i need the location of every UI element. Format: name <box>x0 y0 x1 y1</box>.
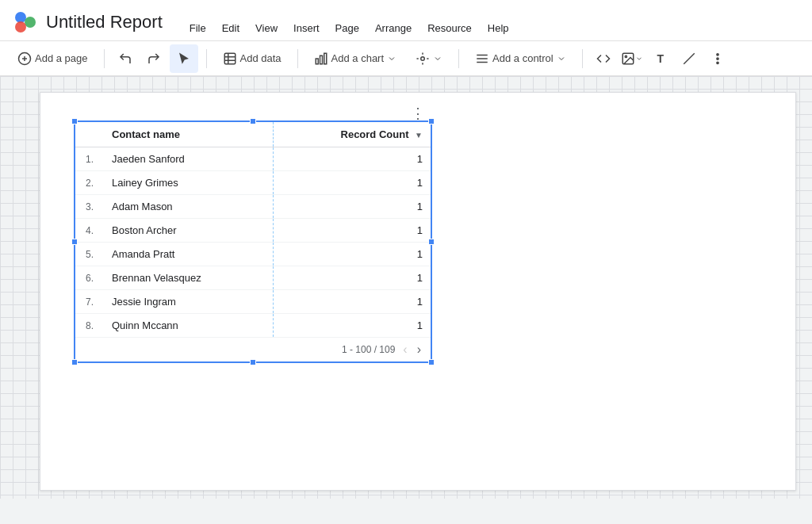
toolbar-divider-1 <box>104 49 105 68</box>
redo-icon <box>147 52 161 66</box>
row-number: 5. <box>75 243 104 266</box>
image-icon <box>621 52 635 66</box>
row-contact-name: Jaeden Sanford <box>104 147 273 171</box>
row-contact-name: Boston Archer <box>104 219 273 243</box>
table-widget[interactable]: ⋮ Contact name Record Count ▼ <box>74 120 432 363</box>
header-record-count[interactable]: Record Count ▼ <box>273 122 431 147</box>
svg-rect-6 <box>224 53 236 64</box>
canvas: ⋮ Contact name Record Count ▼ <box>0 76 812 499</box>
add-control-button[interactable]: Add a control <box>467 47 574 71</box>
handle-top-left[interactable] <box>71 118 78 124</box>
svg-point-25 <box>717 57 718 59</box>
svg-rect-12 <box>324 53 326 64</box>
svg-rect-11 <box>320 55 322 64</box>
svg-point-22 <box>625 55 626 57</box>
more-tools-button[interactable] <box>705 46 730 71</box>
report-table: Contact name Record Count ▼ 1. Jaeden Sa… <box>75 122 431 361</box>
row-record-count: 1 <box>273 195 431 219</box>
menu-bar: File Edit View Insert Page Arrange Resou… <box>182 19 517 37</box>
sort-arrow-icon: ▼ <box>415 131 423 140</box>
row-contact-name: Amanda Pratt <box>104 243 273 266</box>
prev-page-button[interactable]: ‹ <box>401 342 408 357</box>
table-body: 1. Jaeden Sanford 1 2. Lainey Grimes 1 3… <box>75 147 431 338</box>
svg-line-23 <box>684 53 695 64</box>
page-area: ⋮ Contact name Record Count ▼ <box>40 92 796 491</box>
row-number: 4. <box>75 219 104 243</box>
table-header-row: Contact name Record Count ▼ <box>75 122 431 147</box>
image-button[interactable] <box>619 46 645 71</box>
row-number: 1. <box>75 147 104 171</box>
svg-point-2 <box>15 21 26 33</box>
menu-help[interactable]: Help <box>480 19 517 37</box>
handle-top-right[interactable] <box>428 118 435 124</box>
report-title: Untitled Report <box>46 12 163 33</box>
row-number: 6. <box>75 266 104 290</box>
row-contact-name: Jessie Ingram <box>104 290 273 314</box>
add-scorecard-button[interactable] <box>408 47 450 71</box>
line-icon <box>682 52 696 66</box>
toolbar-divider-3 <box>297 49 298 68</box>
svg-rect-10 <box>316 59 318 64</box>
toolbar-divider-5 <box>582 49 583 68</box>
add-chart-button[interactable]: Add a chart <box>306 47 405 71</box>
handle-bot-right[interactable] <box>428 359 435 365</box>
add-page-icon <box>17 52 32 66</box>
code-button[interactable] <box>591 46 616 71</box>
table-row: 4. Boston Archer 1 <box>75 219 431 243</box>
row-record-count: 1 <box>273 147 431 171</box>
redo-button[interactable] <box>141 46 167 71</box>
handle-top-mid[interactable] <box>250 118 256 124</box>
more-options-icon[interactable]: ⋮ <box>411 105 426 122</box>
row-contact-name: Lainey Grimes <box>104 171 273 195</box>
table-row: 7. Jessie Ingram 1 <box>75 290 431 314</box>
table-row: 3. Adam Mason 1 <box>75 195 431 219</box>
svg-point-0 <box>15 12 26 23</box>
row-number: 8. <box>75 314 104 338</box>
svg-point-13 <box>421 56 425 60</box>
line-button[interactable] <box>676 46 702 71</box>
pagination-cell: 1 - 100 / 109 ‹ › <box>75 338 431 362</box>
header-contact-name[interactable]: Contact name <box>104 122 273 147</box>
row-record-count: 1 <box>273 219 431 243</box>
toolbar: Add a page Add data Add a chart Add a co… <box>0 41 812 76</box>
more-tools-icon <box>710 52 725 66</box>
add-data-icon <box>223 52 237 66</box>
row-number: 3. <box>75 195 104 219</box>
handle-mid-right[interactable] <box>428 239 435 245</box>
scorecard-icon <box>416 52 430 66</box>
app-logo <box>13 10 38 35</box>
add-data-button[interactable]: Add data <box>215 47 289 71</box>
row-contact-name: Brennan Velasquez <box>104 266 273 290</box>
menu-view[interactable]: View <box>247 19 285 37</box>
menu-page[interactable]: Page <box>327 19 367 37</box>
chart-dropdown-icon <box>387 54 396 63</box>
svg-point-1 <box>25 17 36 28</box>
toolbar-divider-4 <box>458 49 459 68</box>
menu-resource[interactable]: Resource <box>419 19 480 37</box>
row-contact-name: Quinn Mccann <box>104 314 273 338</box>
handle-bot-mid[interactable] <box>250 359 256 365</box>
header-row-num <box>75 122 104 147</box>
code-icon <box>596 52 611 66</box>
pagination-row: 1 - 100 / 109 ‹ › <box>75 338 431 362</box>
table-row: 5. Amanda Pratt 1 <box>75 243 431 266</box>
add-page-button[interactable]: Add a page <box>10 47 96 71</box>
next-page-button[interactable]: › <box>416 342 423 357</box>
control-dropdown-icon <box>557 54 566 63</box>
text-button[interactable]: T <box>648 46 673 71</box>
row-number: 2. <box>75 171 104 195</box>
pagination-nav: 1 - 100 / 109 ‹ › <box>342 342 423 357</box>
add-chart-icon <box>314 52 328 66</box>
undo-button[interactable] <box>113 46 138 71</box>
table-row: 8. Quinn Mccann 1 <box>75 314 431 338</box>
menu-edit[interactable]: Edit <box>214 19 247 37</box>
menu-arrange[interactable]: Arrange <box>367 19 419 37</box>
menu-insert[interactable]: Insert <box>285 19 327 37</box>
toolbar-divider-2 <box>206 49 207 68</box>
select-tool-button[interactable] <box>170 44 198 73</box>
menu-file[interactable]: File <box>182 19 214 37</box>
control-icon <box>475 52 489 66</box>
handle-bot-left[interactable] <box>71 359 78 365</box>
handle-mid-left[interactable] <box>71 239 78 245</box>
svg-point-24 <box>717 53 718 55</box>
